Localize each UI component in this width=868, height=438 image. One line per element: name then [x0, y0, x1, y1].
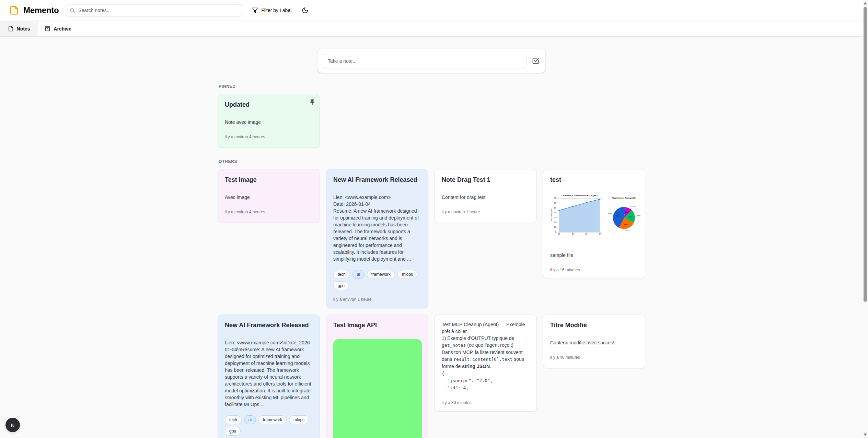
svg-text:Produits: Produits	[607, 213, 612, 214]
pin-button[interactable]	[309, 99, 316, 107]
note-card[interactable]: Test Image API	[326, 315, 428, 438]
note-content: Contenu modifié avec succès!	[550, 339, 638, 346]
label-pill[interactable]: mlops	[397, 270, 417, 279]
svg-text:10: 10	[554, 226, 556, 228]
note-card[interactable]: New AI Framework ReleasedLien: <www.exam…	[326, 169, 428, 308]
checkbox-icon	[532, 57, 539, 64]
svg-text:Q4: Q4	[599, 233, 601, 235]
label-pill[interactable]: framework	[258, 415, 287, 424]
svg-text:50: 50	[554, 207, 556, 209]
note-card[interactable]: Test ImageAvec imageil y a environ 4 heu…	[218, 169, 320, 223]
note-content: Lien: <www.example.com>\nDate: 2026-01-0…	[225, 339, 313, 408]
svg-text:Q3: Q3	[585, 233, 587, 235]
app-header: Memento Filter by Label	[0, 0, 868, 21]
attachment-image[interactable]	[333, 339, 422, 438]
note-labels: techaiframeworkmlopsgpu	[225, 415, 313, 436]
scrollbar-down-arrow[interactable]	[864, 434, 867, 436]
label-pill[interactable]: ai	[244, 415, 256, 424]
others-notes-grid: Test ImageAvec imageil y a environ 4 heu…	[218, 169, 645, 438]
note-title: Test Image	[225, 176, 313, 184]
svg-text:Chiffre d'affaires (M€): Chiffre d'affaires (M€)	[551, 209, 552, 222]
svg-text:20: 20	[554, 222, 556, 223]
note-timestamp: il y a environ 1 heure	[333, 297, 421, 302]
pinned-section-label: PINNED	[219, 84, 645, 89]
note-composer[interactable]	[317, 49, 546, 73]
filter-button-label: Filter by Label	[261, 8, 291, 13]
note-timestamp: il y a environ 1 heure	[442, 210, 530, 214]
search-icon	[69, 8, 75, 13]
note-content: Note avec image	[225, 119, 313, 126]
note-content: Lien: <www.example.com> Date: 2026-01-04…	[333, 194, 421, 262]
svg-text:Q2: Q2	[572, 233, 574, 235]
note-card[interactable]: UpdatedNote avec imageil y a environ 4 h…	[218, 94, 320, 148]
pinned-notes-grid: UpdatedNote avec imageil y a environ 4 h…	[218, 94, 645, 148]
label-pill[interactable]: tech	[225, 415, 242, 424]
label-pill[interactable]: mlops	[289, 415, 309, 424]
svg-text:Services: Services	[625, 230, 630, 232]
tab-archive[interactable]: Archive	[38, 21, 78, 36]
tab-archive-label: Archive	[54, 26, 71, 32]
note-card[interactable]: test010203040506070Q1Q2Q3Q4Croissance Tr…	[543, 169, 645, 279]
svg-text:20.0%: 20.0%	[629, 216, 633, 218]
attachment-pie-chart-image[interactable]: 10.0%Consulting20.0%Licences25.0%Service…	[607, 194, 640, 237]
tab-bar: Notes Archive	[0, 21, 868, 37]
svg-text:70: 70	[554, 197, 556, 199]
svg-text:Q1: Q1	[558, 233, 560, 235]
note-attachments: 010203040506070Q1Q2Q3Q4Croissance Trimes…	[550, 194, 638, 237]
user-avatar-button[interactable]: N	[5, 418, 20, 432]
note-timestamp: il y a 40 minutes	[550, 355, 638, 360]
label-pill[interactable]: gpu	[225, 427, 241, 436]
search-box[interactable]	[65, 4, 242, 16]
label-pill[interactable]: tech	[333, 270, 350, 279]
tab-notes[interactable]: Notes	[0, 21, 38, 36]
vertical-scrollbar[interactable]	[863, 0, 868, 438]
svg-text:60: 60	[554, 202, 556, 204]
note-title: New AI Framework Released	[333, 176, 421, 184]
note-content: Avec image	[225, 194, 313, 201]
filter-icon	[252, 7, 258, 13]
note-card[interactable]: New AI Framework ReleasedLien: <www.exam…	[218, 315, 320, 438]
moon-icon	[302, 7, 309, 14]
note-card[interactable]: Titre ModifiéContenu modifié avec succès…	[543, 315, 645, 368]
tab-notes-label: Notes	[17, 26, 30, 32]
others-section-label: OTHERS	[219, 159, 645, 164]
svg-text:10.0%: 10.0%	[625, 212, 629, 213]
scrollbar-thumb[interactable]	[864, 7, 867, 302]
svg-text:Croissance Trimestrielle du CA: Croissance Trimestrielle du CA (M€)	[562, 194, 598, 197]
note-content: sample file	[550, 252, 638, 259]
note-content: Test MCP Cleanup (Agent) — Exemple prêt …	[442, 321, 530, 391]
main-content: PINNED UpdatedNote avec imageil y a envi…	[218, 49, 645, 438]
label-pill[interactable]: framework	[367, 270, 395, 279]
svg-text:45.0%: 45.0%	[616, 215, 620, 217]
search-input[interactable]	[78, 8, 238, 13]
add-checklist-button[interactable]	[531, 56, 541, 66]
note-title: Test Image API	[333, 321, 421, 330]
scrollbar-up-arrow[interactable]	[864, 2, 867, 4]
note-timestamp: il y a environ 4 heures	[225, 210, 313, 214]
archive-tab-icon	[45, 26, 50, 32]
note-timestamp: il y a 39 minutes	[442, 400, 530, 405]
note-title: Updated	[225, 100, 313, 109]
svg-text:Consulting: Consulting	[630, 205, 636, 207]
svg-text:30: 30	[554, 217, 556, 218]
notes-tab-icon	[8, 26, 14, 32]
dark-mode-toggle[interactable]	[302, 7, 309, 14]
svg-text:Licences: Licences	[637, 215, 640, 216]
note-title: Titre Modifié	[550, 321, 638, 330]
note-labels: techaiframeworkmlopsgpu	[333, 270, 421, 290]
label-pill[interactable]: gpu	[333, 281, 349, 290]
svg-text:40: 40	[554, 212, 556, 214]
note-content: Content for drag test	[442, 194, 530, 201]
label-pill[interactable]: ai	[352, 270, 364, 279]
filter-by-label-button[interactable]: Filter by Label	[252, 7, 291, 13]
app-logo-icon	[9, 5, 19, 15]
note-title: New AI Framework Released	[225, 321, 313, 330]
note-timestamp: il y a environ 4 heures	[225, 134, 313, 139]
note-card[interactable]: Test MCP Cleanup (Agent) — Exemple prêt …	[435, 315, 537, 412]
note-card[interactable]: Note Drag Test 1Content for drag testil …	[435, 169, 537, 223]
note-title: Note Drag Test 1	[442, 176, 530, 184]
pushpin-icon	[309, 99, 316, 106]
svg-text:25.0%: 25.0%	[624, 224, 628, 225]
attachment-line-chart-image[interactable]: 010203040506070Q1Q2Q3Q4Croissance Trimes…	[550, 194, 604, 237]
take-a-note-input[interactable]	[323, 53, 526, 69]
